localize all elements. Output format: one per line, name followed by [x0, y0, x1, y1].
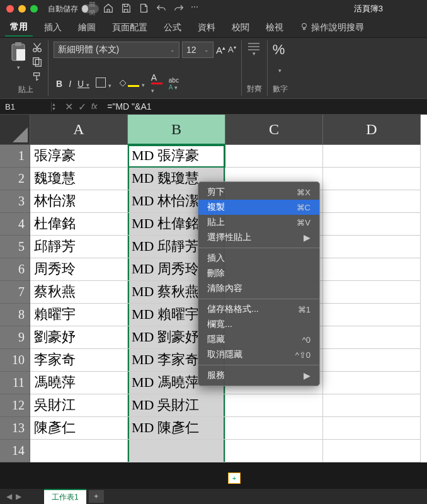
- cm-paste-special[interactable]: 選擇性貼上▶: [198, 230, 319, 245]
- col-header-a[interactable]: A: [30, 115, 128, 145]
- row-header[interactable]: 11: [0, 372, 30, 394]
- tab-review[interactable]: 校閱: [227, 20, 254, 36]
- ruby-button[interactable]: abcA ▾: [169, 77, 179, 91]
- home-icon[interactable]: [103, 3, 114, 16]
- cell[interactable]: [323, 417, 421, 440]
- sheet-next-icon[interactable]: ▶: [16, 492, 21, 501]
- cell[interactable]: [128, 440, 225, 462]
- cell[interactable]: [225, 145, 323, 168]
- formula-input[interactable]: ="MD "&A1: [102, 101, 427, 112]
- font-name-select[interactable]: 新細明體 (本文)⌄: [54, 42, 179, 58]
- col-header-b[interactable]: B: [128, 115, 225, 145]
- cell[interactable]: [323, 168, 421, 190]
- cm-services[interactable]: 服務▶: [198, 368, 319, 383]
- insert-function-icon[interactable]: fx: [91, 102, 97, 111]
- cell[interactable]: [323, 213, 421, 236]
- tab-home[interactable]: 常用: [5, 19, 33, 37]
- format-painter-icon[interactable]: [31, 71, 43, 83]
- col-header-d[interactable]: D: [323, 115, 421, 145]
- cm-hide[interactable]: 隱藏^0: [198, 332, 319, 347]
- cm-copy[interactable]: 複製⌘C: [198, 200, 319, 215]
- cell[interactable]: [323, 145, 421, 168]
- cm-insert[interactable]: 插入: [198, 251, 319, 266]
- row-header[interactable]: 4: [0, 213, 30, 236]
- cut-icon[interactable]: [31, 42, 43, 54]
- sheet-tab[interactable]: 工作表1: [44, 489, 86, 505]
- cell[interactable]: [323, 190, 421, 213]
- cell[interactable]: 魏瓊慧: [30, 168, 128, 190]
- cell[interactable]: [225, 440, 323, 462]
- cell[interactable]: [323, 372, 421, 394]
- cell[interactable]: [225, 417, 323, 440]
- tab-pagelayout[interactable]: 頁面配置: [107, 20, 152, 36]
- paste-options-icon[interactable]: +: [228, 472, 241, 484]
- cm-format-cells[interactable]: 儲存格格式...⌘1: [198, 302, 319, 317]
- close-window-button[interactable]: [6, 5, 14, 13]
- cell[interactable]: [323, 394, 421, 417]
- row-header[interactable]: 13: [0, 417, 30, 440]
- cell[interactable]: 張淳豪: [30, 145, 128, 168]
- cell[interactable]: 周秀玲: [30, 258, 128, 281]
- underline-button[interactable]: U ▾: [77, 79, 89, 89]
- cm-paste[interactable]: 貼上⌘V: [198, 215, 319, 230]
- select-all-corner[interactable]: [0, 115, 30, 145]
- paste-button[interactable]: ▾: [9, 42, 28, 83]
- font-size-select[interactable]: 12⌄: [182, 42, 214, 58]
- cell[interactable]: 陳彥仁: [30, 417, 128, 440]
- tab-draw[interactable]: 繪圖: [73, 20, 101, 36]
- borders-button[interactable]: ▾: [96, 77, 111, 89]
- row-header[interactable]: 3: [0, 190, 30, 213]
- accept-formula-icon[interactable]: ✓: [78, 101, 86, 113]
- row-header[interactable]: 10: [0, 349, 30, 372]
- col-header-c[interactable]: C: [225, 115, 323, 145]
- tab-formulas[interactable]: 公式: [159, 20, 186, 36]
- cell[interactable]: [30, 440, 128, 462]
- redo-icon[interactable]: [173, 3, 185, 16]
- cell[interactable]: 吳財江: [30, 394, 128, 417]
- cell[interactable]: [323, 258, 421, 281]
- name-box[interactable]: B1: [0, 102, 52, 112]
- cell[interactable]: 賴曜宇: [30, 304, 128, 326]
- undo-icon[interactable]: [156, 3, 167, 16]
- save-icon[interactable]: [120, 3, 132, 16]
- minimize-window-button[interactable]: [18, 5, 26, 13]
- cm-clear[interactable]: 清除內容: [198, 281, 319, 296]
- cell[interactable]: MD 陳彥仁: [128, 417, 225, 440]
- decrease-font-icon[interactable]: A▾: [228, 45, 236, 54]
- align-button[interactable]: [247, 42, 256, 48]
- cell[interactable]: MD 吳財江: [128, 394, 225, 417]
- cm-unhide[interactable]: 取消隱藏^⇧0: [198, 347, 319, 362]
- tab-insert[interactable]: 插入: [39, 20, 67, 36]
- increase-font-icon[interactable]: A▴: [216, 45, 225, 55]
- cell[interactable]: [225, 394, 323, 417]
- row-header[interactable]: 12: [0, 394, 30, 417]
- italic-button[interactable]: I: [69, 79, 71, 89]
- new-icon[interactable]: +: [138, 3, 149, 16]
- sheet-add-button[interactable]: +: [89, 490, 104, 503]
- cell[interactable]: MD 張淳豪: [128, 145, 225, 168]
- more-icon[interactable]: ⋯: [191, 3, 198, 16]
- cell[interactable]: [323, 236, 421, 258]
- autosave-switch[interactable]: 關閉: [81, 4, 99, 13]
- tab-view[interactable]: 檢視: [261, 20, 288, 36]
- cm-delete[interactable]: 刪除: [198, 266, 319, 281]
- name-box-stepper[interactable]: ▲▼: [52, 102, 56, 111]
- copy-icon[interactable]: [31, 56, 43, 69]
- tab-tellme[interactable]: 操作說明搜尋: [295, 20, 369, 36]
- percent-icon[interactable]: %: [273, 42, 285, 58]
- bold-button[interactable]: B: [56, 79, 62, 89]
- row-header[interactable]: 14: [0, 440, 30, 462]
- cell[interactable]: 李家奇: [30, 349, 128, 372]
- cell[interactable]: 馮曉萍: [30, 372, 128, 394]
- sheet-prev-icon[interactable]: ◀: [6, 492, 12, 501]
- row-header[interactable]: 5: [0, 236, 30, 258]
- cm-cut[interactable]: 剪下⌘X: [198, 185, 319, 200]
- row-header[interactable]: 8: [0, 304, 30, 326]
- cell[interactable]: [323, 349, 421, 372]
- cell[interactable]: [323, 304, 421, 326]
- cell[interactable]: 林怡潔: [30, 190, 128, 213]
- cancel-formula-icon[interactable]: ✕: [65, 101, 73, 113]
- cell[interactable]: 蔡秋燕: [30, 281, 128, 304]
- autosave-toggle[interactable]: 自動儲存 關閉: [48, 4, 99, 14]
- row-header[interactable]: 7: [0, 281, 30, 304]
